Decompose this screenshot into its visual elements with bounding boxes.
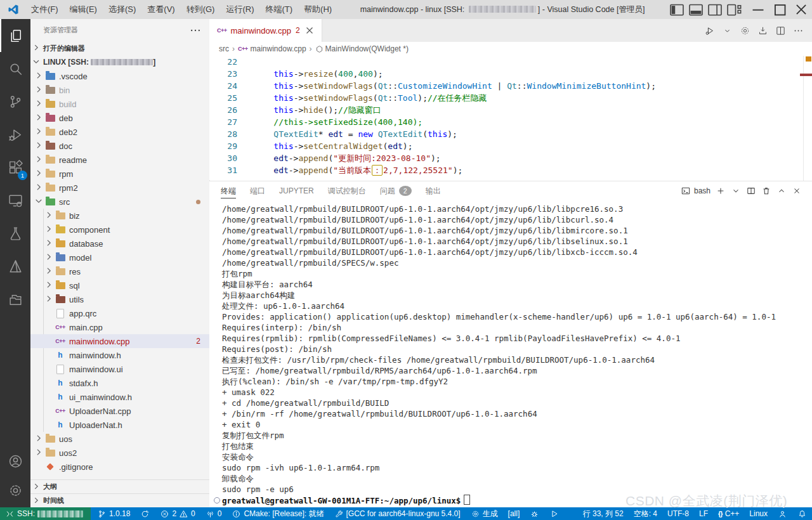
timeline-section[interactable]: 时间线 <box>30 493 209 507</box>
code-line-29[interactable]: 29 this->setCentralWidget(edt); <box>209 140 804 152</box>
tree-item-main.cpp[interactable]: C++main.cpp <box>30 320 209 334</box>
status-eol[interactable]: LF <box>694 507 713 520</box>
status-language-mode[interactable]: {}C++ <box>713 507 744 520</box>
workspace-root-section[interactable]: LINUX [SSH: ] <box>30 55 209 69</box>
tree-item-.gitignore[interactable]: .gitignore <box>30 460 209 474</box>
status-notifications[interactable] <box>792 507 812 520</box>
new-terminal-icon[interactable] <box>714 185 727 197</box>
kill-terminal-icon[interactable] <box>760 185 773 197</box>
outline-section[interactable]: 大纲 <box>30 479 209 493</box>
panel-tab-终端[interactable]: 终端 <box>221 181 236 200</box>
install-icon[interactable] <box>755 23 770 38</box>
status-git-sync[interactable] <box>135 507 155 520</box>
split-terminal-icon[interactable] <box>745 185 757 197</box>
terminal-output[interactable]: /home/greatwall/rpmbuild/BUILDROOT/up6-1… <box>209 200 812 508</box>
tree-item-readme[interactable]: readme <box>30 153 209 167</box>
toggle-secondary-sidebar-icon[interactable] <box>705 0 724 19</box>
breadcrumb-file[interactable]: mainwindow.cpp <box>251 44 306 53</box>
tree-item-sql[interactable]: sql <box>30 278 209 292</box>
tree-item-rpm[interactable]: rpm <box>30 167 209 181</box>
activity-search-icon[interactable] <box>0 52 30 85</box>
panel-tab-输出[interactable]: 输出 <box>426 181 441 200</box>
panel-tab-JUPYTER[interactable]: JUPYTER <box>279 181 314 200</box>
activity-remote-explorer-icon[interactable] <box>0 184 30 217</box>
status-indentation[interactable]: 空格: 4 <box>629 507 662 520</box>
tree-item-doc[interactable]: doc <box>30 139 209 153</box>
status-cmake-build[interactable]: 生成 <box>466 507 503 520</box>
panel-tab-端口[interactable]: 端口 <box>250 181 265 200</box>
status-problems[interactable]: 20 <box>155 507 200 520</box>
tree-item-component[interactable]: component <box>30 223 209 237</box>
tree-item-ui_mainwindow.h[interactable]: hui_mainwindow.h <box>30 390 209 404</box>
tree-item-build[interactable]: build <box>30 97 209 111</box>
tree-item-stdafx.h[interactable]: hstdafx.h <box>30 376 209 390</box>
code-line-23[interactable]: 23 this->resize(400,400); <box>209 68 804 80</box>
more-actions-icon[interactable] <box>790 23 806 38</box>
menu-item[interactable]: 帮助(H) <box>298 0 337 19</box>
status-cmake-kit[interactable]: [GCC for aarch64-linux-gnu 5.4.0] <box>329 507 466 520</box>
chevron-down-icon[interactable] <box>730 185 742 197</box>
toggle-panel-icon[interactable] <box>686 0 705 19</box>
code-editor[interactable]: 2223 this->resize(400,400);24 this->setW… <box>209 56 804 180</box>
more-actions-icon[interactable] <box>189 24 202 37</box>
menu-item[interactable]: 编辑(E) <box>64 0 103 19</box>
tree-item-uos2[interactable]: uos2 <box>30 446 209 460</box>
close-panel-icon[interactable] <box>790 185 803 197</box>
maximize-panel-icon[interactable] <box>775 185 788 197</box>
chevron-down-icon[interactable] <box>719 23 735 38</box>
close-tab-icon[interactable] <box>304 25 315 36</box>
menu-item[interactable]: 查看(V) <box>141 0 180 19</box>
tree-item-uos[interactable]: uos <box>30 432 209 446</box>
tree-item-res[interactable]: res <box>30 264 209 278</box>
settings-gear-icon[interactable] <box>737 23 752 38</box>
tree-item-database[interactable]: database <box>30 237 209 250</box>
breadcrumb-src[interactable]: src <box>219 44 229 53</box>
tree-item-utils[interactable]: utils <box>30 292 209 306</box>
code-line-31[interactable]: 31 edt->append("当前版本：2,7,122,25521"); <box>209 164 804 176</box>
terminal-prompt[interactable]: greatwall@greatwall-GW-001M1A-FTF:~/app/… <box>222 495 812 505</box>
status-cmake-run[interactable] <box>544 507 564 520</box>
tree-item-mainwindow.cpp[interactable]: C++mainwindow.cpp2 <box>30 334 209 348</box>
menu-item[interactable]: 运行(R) <box>220 0 259 19</box>
activity-account-icon[interactable] <box>0 446 30 476</box>
tree-item-deb[interactable]: deb <box>30 111 209 125</box>
breadcrumb-symbol[interactable]: MainWindow(QWidget *) <box>325 44 409 53</box>
customize-layout-icon[interactable] <box>724 0 743 19</box>
toggle-sidebar-icon[interactable] <box>667 0 686 19</box>
code-line-27[interactable]: 27 //this->setFixedSize(400,140); <box>209 116 804 128</box>
status-cmake-debug[interactable] <box>525 507 544 520</box>
tree-item-mainwindow.h[interactable]: hmainwindow.h <box>30 348 209 362</box>
tree-item-UploaderNat.cpp[interactable]: C++UploaderNat.cpp <box>30 404 209 418</box>
status-git-branch[interactable]: 1.0.18 <box>92 507 135 520</box>
status-encoding[interactable]: UTF-8 <box>662 507 694 520</box>
tree-item-.vscode[interactable]: .vscode <box>30 69 209 83</box>
menu-item[interactable]: 选择(S) <box>103 0 141 19</box>
activity-folders-icon[interactable] <box>0 283 30 316</box>
menu-item[interactable]: 转到(G) <box>181 0 221 19</box>
activity-explorer-icon[interactable] <box>0 19 30 52</box>
status-cmake-target[interactable]: [all] <box>503 507 525 520</box>
code-line-25[interactable]: 25 this->setWindowFlags(Qt::Tool);//在任务栏… <box>209 92 804 104</box>
tree-item-UploaderNat.h[interactable]: hUploaderNat.h <box>30 418 209 432</box>
activity-source-control-icon[interactable] <box>0 85 30 118</box>
split-editor-icon[interactable] <box>773 23 788 38</box>
minimize-icon[interactable] <box>747 0 769 19</box>
tree-item-mainwindow.ui[interactable]: mainwindow.ui <box>30 362 209 376</box>
panel-tab-调试控制台[interactable]: 调试控制台 <box>328 181 366 200</box>
activity-extensions-icon[interactable]: 1 <box>0 151 30 184</box>
code-line-26[interactable]: 26 this->hide();//隐藏窗口 <box>209 104 804 116</box>
status-remote-host[interactable]: SSH: <box>0 507 91 520</box>
maximize-icon[interactable] <box>769 0 790 19</box>
code-line-28[interactable]: 28 QTextEdit* edt = new QTextEdit(this); <box>209 128 804 140</box>
status-cursor-position[interactable]: 行 33, 列 52 <box>578 507 629 520</box>
menu-item[interactable]: 终端(T) <box>259 0 298 19</box>
code-line-24[interactable]: 24 this->setWindowFlags(Qt::CustomizeWin… <box>209 80 804 92</box>
activity-cmake-icon[interactable] <box>0 250 30 283</box>
tree-item-rpm2[interactable]: rpm2 <box>30 181 209 195</box>
code-line-22[interactable]: 22 <box>209 56 804 68</box>
tree-item-src[interactable]: src <box>30 195 209 209</box>
shell-label[interactable]: bash <box>694 186 710 195</box>
tree-item-model[interactable]: model <box>30 250 209 264</box>
tree-item-app.qrc[interactable]: app.qrc <box>30 306 209 320</box>
tree-item-biz[interactable]: biz <box>30 209 209 223</box>
